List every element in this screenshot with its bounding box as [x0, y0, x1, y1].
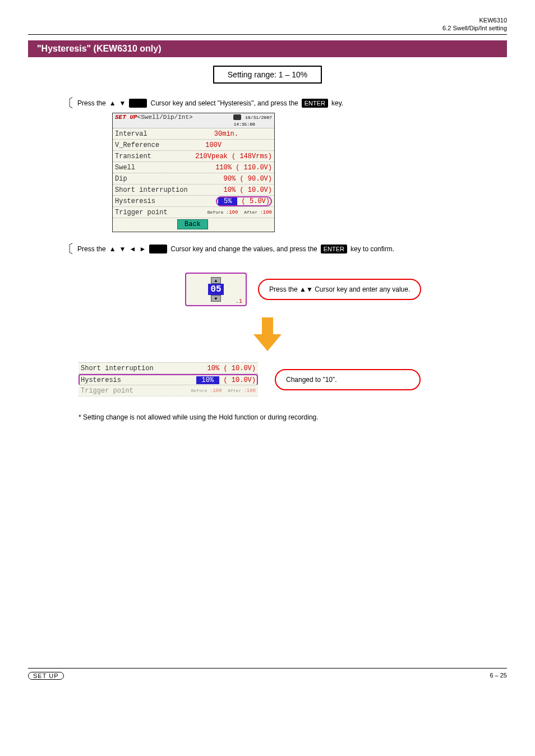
digit-value: 05	[208, 284, 223, 295]
lcd-title-b: <Swell/Dip/Int>	[137, 114, 193, 121]
selected-value[interactable]: 5%	[218, 197, 237, 205]
up-arrow-icon	[299, 285, 306, 293]
spin-up-icon[interactable]: ▲	[211, 277, 221, 284]
callout-1: Press the Cursor key and enter any value…	[258, 279, 421, 300]
callout-2: Changed to "10".	[275, 369, 421, 390]
right-arrow-icon	[139, 245, 146, 253]
row-shortint: Short interruption10% ( 10.0V)	[113, 185, 274, 196]
step1-label-2: Cursor key and select "Hysteresis", and …	[150, 99, 298, 107]
bracket-icon: 〔	[62, 241, 74, 257]
row-trigger-2: Trigger point Before :100 After :100	[79, 385, 258, 397]
down-arrow-icon	[119, 245, 126, 253]
spin-down-icon[interactable]: ▼	[211, 295, 221, 302]
digit-callout-row: ▲ 05 ▼ .1 Press the Cursor key and enter…	[185, 273, 507, 306]
step2-label-3: key to confirm.	[350, 245, 394, 253]
lcd-header: SET UP<Swell/Dip/Int> 10/31/200714:35:00	[113, 113, 274, 128]
top-rule	[28, 34, 507, 35]
row-interval: Interval30min.	[113, 128, 274, 140]
digit-entry[interactable]: ▲ 05 ▼ .1	[185, 273, 247, 306]
result-row: Short interruption 10% ( 10.0V) Hysteres…	[28, 362, 507, 397]
row-transient: Transient210Vpeak ( 148Vrms)	[113, 151, 274, 162]
back-button[interactable]: Back	[177, 219, 208, 229]
row-dip: Dip90% ( 90.0V)	[113, 173, 274, 185]
cursor-key-icon	[149, 245, 167, 253]
row-swell: Swell110% ( 110.0V)	[113, 162, 274, 173]
down-arrow-graphic	[251, 317, 284, 351]
row-hysteresis-2: Hysteresis 10% ( 10.0V)	[79, 374, 258, 385]
page-footer: SET UP 6 – 25	[28, 672, 507, 680]
step-1: 〔 Press the Cursor key and select "Hyste…	[62, 95, 507, 112]
step-2: 〔 Press the Cursor key and change the va…	[62, 241, 507, 257]
digit-suffix: .1	[236, 298, 242, 305]
up-arrow-icon	[109, 245, 116, 253]
step2-label-1: Press the	[77, 245, 106, 253]
cf-card-icon	[233, 114, 241, 120]
section-title-bar: "Hysteresis" (KEW6310 only)	[28, 40, 507, 57]
page-number: 6 – 25	[490, 672, 507, 680]
row-trigger: Trigger point Before :100 After :100	[113, 207, 274, 218]
setup-pill: SET UP	[28, 672, 64, 680]
enter-key-icon[interactable]: ENTER	[321, 245, 347, 253]
row-hysteresis: Hysteresis 5% ( 5.0V)	[113, 196, 274, 207]
step2-label-2: Cursor key and change the values, and pr…	[170, 245, 317, 253]
lcd-title-a: SET UP	[115, 114, 137, 121]
breadcrumb: 6.2 Swell/Dip/Int setting	[28, 25, 507, 31]
left-arrow-icon	[129, 245, 136, 253]
down-arrow-icon	[119, 99, 126, 107]
row-vref: V_Reference100V	[113, 140, 274, 151]
note-text: * Setting change is not allowed while us…	[79, 413, 507, 421]
range-box: Setting range: 1 – 10%	[213, 66, 322, 84]
bottom-rule	[28, 668, 507, 669]
lcd-screen-2: Short interruption 10% ( 10.0V) Hysteres…	[79, 362, 258, 397]
step1-label-1: Press the	[77, 99, 106, 107]
bracket-icon: 〔	[62, 95, 74, 112]
highlight-box: 5% ( 5.0V)	[216, 196, 272, 206]
cursor-key-icon	[129, 99, 147, 108]
chapter-header: KEW6310	[28, 17, 507, 24]
range-box-wrap: Setting range: 1 – 10%	[28, 66, 507, 84]
down-arrow-icon	[306, 285, 313, 293]
row-shortint-2: Short interruption 10% ( 10.0V)	[79, 363, 258, 374]
enter-key-icon[interactable]: ENTER	[302, 99, 328, 108]
up-arrow-icon	[109, 99, 116, 107]
selected-value-2[interactable]: 10%	[196, 376, 220, 384]
back-row: Back	[113, 218, 274, 232]
lcd-screen-1: SET UP<Swell/Dip/Int> 10/31/200714:35:00…	[112, 113, 275, 232]
step1-label-3: key.	[331, 99, 343, 107]
